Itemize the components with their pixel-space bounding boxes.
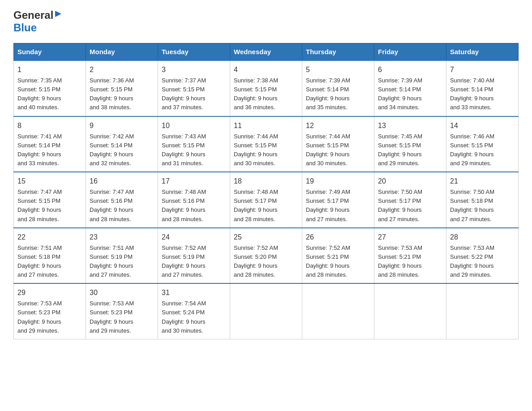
col-header-wednesday: Wednesday [230, 43, 302, 61]
calendar-cell: 2 Sunrise: 7:36 AMSunset: 5:15 PMDayligh… [86, 60, 158, 116]
calendar-week-4: 22 Sunrise: 7:51 AMSunset: 5:18 PMDaylig… [14, 228, 519, 284]
day-number: 3 [162, 64, 226, 75]
calendar-cell: 24 Sunrise: 7:52 AMSunset: 5:19 PMDaylig… [158, 228, 230, 284]
day-number: 5 [306, 64, 370, 75]
day-info: Sunrise: 7:52 AMSunset: 5:20 PMDaylight:… [234, 244, 278, 278]
day-info: Sunrise: 7:53 AMSunset: 5:23 PMDaylight:… [90, 300, 134, 334]
calendar-cell: 14 Sunrise: 7:46 AMSunset: 5:15 PMDaylig… [446, 116, 519, 172]
day-number: 30 [90, 287, 154, 298]
day-info: Sunrise: 7:52 AMSunset: 5:19 PMDaylight:… [162, 244, 206, 278]
svg-marker-0 [55, 11, 61, 17]
day-info: Sunrise: 7:37 AMSunset: 5:15 PMDaylight:… [162, 77, 206, 111]
calendar-week-2: 8 Sunrise: 7:41 AMSunset: 5:14 PMDayligh… [14, 116, 519, 172]
calendar-cell [302, 283, 374, 339]
calendar-cell: 6 Sunrise: 7:39 AMSunset: 5:14 PMDayligh… [374, 60, 446, 116]
day-number: 11 [234, 120, 298, 131]
day-number: 19 [306, 176, 370, 187]
day-info: Sunrise: 7:36 AMSunset: 5:15 PMDaylight:… [90, 77, 134, 111]
calendar-cell: 12 Sunrise: 7:44 AMSunset: 5:15 PMDaylig… [302, 116, 374, 172]
day-info: Sunrise: 7:52 AMSunset: 5:21 PMDaylight:… [306, 244, 350, 278]
calendar-cell: 21 Sunrise: 7:50 AMSunset: 5:18 PMDaylig… [446, 172, 519, 228]
day-info: Sunrise: 7:53 AMSunset: 5:23 PMDaylight:… [17, 300, 62, 334]
calendar-cell [374, 283, 446, 339]
calendar-cell: 4 Sunrise: 7:38 AMSunset: 5:15 PMDayligh… [230, 60, 302, 116]
day-info: Sunrise: 7:48 AMSunset: 5:17 PMDaylight:… [234, 188, 278, 222]
day-info: Sunrise: 7:48 AMSunset: 5:16 PMDaylight:… [162, 188, 206, 222]
calendar-week-5: 29 Sunrise: 7:53 AMSunset: 5:23 PMDaylig… [14, 283, 519, 339]
calendar-week-3: 15 Sunrise: 7:47 AMSunset: 5:15 PMDaylig… [14, 172, 519, 228]
calendar-cell: 18 Sunrise: 7:48 AMSunset: 5:17 PMDaylig… [230, 172, 302, 228]
day-info: Sunrise: 7:47 AMSunset: 5:16 PMDaylight:… [90, 188, 134, 222]
col-header-thursday: Thursday [302, 43, 374, 61]
day-number: 12 [306, 120, 370, 131]
day-info: Sunrise: 7:53 AMSunset: 5:21 PMDaylight:… [378, 244, 422, 278]
day-info: Sunrise: 7:44 AMSunset: 5:15 PMDaylight:… [306, 133, 350, 167]
calendar-cell: 7 Sunrise: 7:40 AMSunset: 5:14 PMDayligh… [446, 60, 519, 116]
day-number: 24 [162, 232, 226, 243]
calendar-cell: 3 Sunrise: 7:37 AMSunset: 5:15 PMDayligh… [158, 60, 230, 116]
calendar-cell: 1 Sunrise: 7:35 AMSunset: 5:15 PMDayligh… [14, 60, 86, 116]
day-info: Sunrise: 7:46 AMSunset: 5:15 PMDaylight:… [450, 133, 494, 167]
calendar-cell: 16 Sunrise: 7:47 AMSunset: 5:16 PMDaylig… [86, 172, 158, 228]
day-info: Sunrise: 7:38 AMSunset: 5:15 PMDaylight:… [234, 77, 278, 111]
day-info: Sunrise: 7:47 AMSunset: 5:15 PMDaylight:… [17, 188, 62, 222]
calendar-cell: 19 Sunrise: 7:49 AMSunset: 5:17 PMDaylig… [302, 172, 374, 228]
logo-arrow-icon [54, 10, 62, 20]
calendar-cell: 5 Sunrise: 7:39 AMSunset: 5:14 PMDayligh… [302, 60, 374, 116]
col-header-tuesday: Tuesday [158, 43, 230, 61]
calendar-cell: 31 Sunrise: 7:54 AMSunset: 5:24 PMDaylig… [158, 283, 230, 339]
day-info: Sunrise: 7:44 AMSunset: 5:15 PMDaylight:… [234, 133, 278, 167]
day-number: 27 [378, 232, 442, 243]
day-number: 8 [17, 120, 82, 131]
day-number: 26 [306, 232, 370, 243]
day-number: 16 [90, 176, 154, 187]
calendar-cell: 23 Sunrise: 7:51 AMSunset: 5:19 PMDaylig… [86, 228, 158, 284]
day-number: 6 [378, 64, 442, 75]
day-number: 14 [450, 120, 515, 131]
day-info: Sunrise: 7:42 AMSunset: 5:14 PMDaylight:… [90, 133, 134, 167]
day-number: 1 [17, 64, 82, 75]
day-number: 9 [90, 120, 154, 131]
day-info: Sunrise: 7:41 AMSunset: 5:14 PMDaylight:… [17, 133, 62, 167]
day-number: 18 [234, 176, 298, 187]
calendar-cell: 25 Sunrise: 7:52 AMSunset: 5:20 PMDaylig… [230, 228, 302, 284]
calendar-cell: 29 Sunrise: 7:53 AMSunset: 5:23 PMDaylig… [14, 283, 86, 339]
col-header-saturday: Saturday [446, 43, 519, 61]
calendar-cell: 26 Sunrise: 7:52 AMSunset: 5:21 PMDaylig… [302, 228, 374, 284]
col-header-friday: Friday [374, 43, 446, 61]
day-number: 7 [450, 64, 515, 75]
calendar-cell [446, 283, 519, 339]
day-info: Sunrise: 7:49 AMSunset: 5:17 PMDaylight:… [306, 188, 350, 222]
day-number: 10 [162, 120, 226, 131]
calendar-cell: 8 Sunrise: 7:41 AMSunset: 5:14 PMDayligh… [14, 116, 86, 172]
day-number: 29 [17, 287, 82, 298]
day-info: Sunrise: 7:53 AMSunset: 5:22 PMDaylight:… [450, 244, 494, 278]
day-info: Sunrise: 7:50 AMSunset: 5:18 PMDaylight:… [450, 188, 494, 222]
calendar-cell: 27 Sunrise: 7:53 AMSunset: 5:21 PMDaylig… [374, 228, 446, 284]
day-number: 22 [17, 232, 82, 243]
page-header: General Blue [13, 9, 519, 34]
calendar-cell: 13 Sunrise: 7:45 AMSunset: 5:15 PMDaylig… [374, 116, 446, 172]
col-header-sunday: Sunday [14, 43, 86, 61]
day-number: 25 [234, 232, 298, 243]
logo-blue-text: Blue [13, 21, 37, 34]
day-number: 20 [378, 176, 442, 187]
day-info: Sunrise: 7:39 AMSunset: 5:14 PMDaylight:… [378, 77, 422, 111]
day-info: Sunrise: 7:45 AMSunset: 5:15 PMDaylight:… [378, 133, 422, 167]
day-info: Sunrise: 7:35 AMSunset: 5:15 PMDaylight:… [17, 77, 62, 111]
calendar-cell: 15 Sunrise: 7:47 AMSunset: 5:15 PMDaylig… [14, 172, 86, 228]
calendar-cell: 28 Sunrise: 7:53 AMSunset: 5:22 PMDaylig… [446, 228, 519, 284]
logo-general-text: General [13, 9, 53, 21]
day-number: 21 [450, 176, 515, 187]
day-number: 28 [450, 232, 515, 243]
calendar-cell: 11 Sunrise: 7:44 AMSunset: 5:15 PMDaylig… [230, 116, 302, 172]
calendar-cell: 22 Sunrise: 7:51 AMSunset: 5:18 PMDaylig… [14, 228, 86, 284]
day-number: 17 [162, 176, 226, 187]
day-info: Sunrise: 7:39 AMSunset: 5:14 PMDaylight:… [306, 77, 350, 111]
day-info: Sunrise: 7:40 AMSunset: 5:14 PMDaylight:… [450, 77, 494, 111]
day-info: Sunrise: 7:43 AMSunset: 5:15 PMDaylight:… [162, 133, 206, 167]
calendar-cell: 17 Sunrise: 7:48 AMSunset: 5:16 PMDaylig… [158, 172, 230, 228]
calendar-cell: 10 Sunrise: 7:43 AMSunset: 5:15 PMDaylig… [158, 116, 230, 172]
day-number: 13 [378, 120, 442, 131]
calendar-week-1: 1 Sunrise: 7:35 AMSunset: 5:15 PMDayligh… [14, 60, 519, 116]
